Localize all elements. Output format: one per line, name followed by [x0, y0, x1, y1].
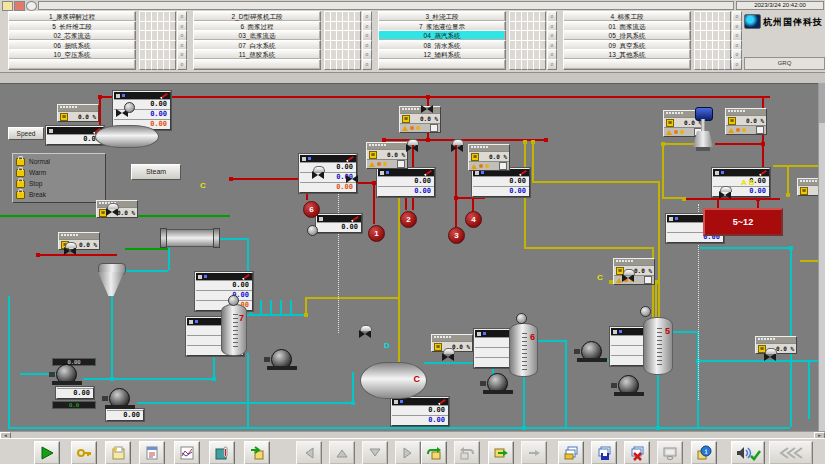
open-pages-button[interactable]	[558, 441, 584, 464]
steam-button[interactable]: Steam	[131, 164, 181, 180]
edit-pen-icon[interactable]	[424, 169, 432, 175]
menu-button[interactable]	[193, 59, 321, 70]
new-note-button[interactable]	[105, 441, 131, 464]
nav-right-button[interactable]	[395, 441, 421, 464]
alarm-log-button[interactable]	[209, 441, 235, 464]
nav-down-button[interactable]	[362, 441, 388, 464]
edit-pen-icon[interactable]	[351, 215, 359, 221]
export-data-button[interactable]	[244, 441, 270, 464]
preview-button[interactable]	[657, 441, 683, 464]
report-button[interactable]	[139, 441, 165, 464]
address-field[interactable]	[38, 1, 734, 10]
motor-icon[interactable]	[307, 225, 318, 236]
mode-icon[interactable]: M	[666, 119, 674, 127]
valve-icon[interactable]	[764, 353, 776, 361]
menu-button[interactable]	[563, 59, 691, 70]
motor-icon[interactable]	[640, 306, 651, 317]
run-button[interactable]	[34, 441, 60, 464]
mode-icon[interactable]: M	[800, 187, 808, 195]
edit-pen-icon[interactable]	[759, 169, 767, 175]
heat-exchanger[interactable]	[165, 229, 215, 247]
menu-button[interactable]	[378, 59, 506, 70]
doc-icon[interactable]	[2, 1, 13, 11]
pump-icon[interactable]	[614, 375, 644, 397]
mode-icon[interactable]: M	[402, 115, 410, 123]
delete-pages-button[interactable]	[624, 441, 650, 464]
tag-circle[interactable]: 3	[448, 227, 465, 244]
controller-faceplate[interactable]: M0.0 %	[468, 144, 510, 171]
history-back-button[interactable]	[769, 441, 813, 464]
value-panel[interactable]: 0.000.00	[391, 397, 449, 426]
motor-icon[interactable]	[516, 313, 527, 324]
nav-up-button[interactable]	[329, 441, 355, 464]
undo-button[interactable]	[421, 441, 447, 464]
pump-icon[interactable]	[267, 349, 297, 371]
valve-icon[interactable]	[406, 144, 418, 152]
ack-box[interactable]	[499, 162, 507, 170]
alarm-bell-icon[interactable]	[14, 1, 25, 11]
import-2-button[interactable]	[521, 441, 547, 464]
grq-button[interactable]: GRQ	[744, 57, 825, 70]
menu-cell[interactable]	[169, 59, 176, 70]
pump-icon[interactable]	[483, 373, 513, 395]
mode-icon[interactable]: M	[434, 343, 442, 351]
value-panel[interactable]: 0.000.000.00	[299, 154, 357, 193]
redo-button[interactable]	[454, 441, 480, 464]
ack-box[interactable]	[397, 160, 405, 168]
valve-icon[interactable]	[106, 208, 118, 216]
vertical-scrollbar[interactable]	[818, 83, 825, 431]
tag-circle[interactable]: 1	[368, 225, 385, 242]
edit-pen-icon[interactable]	[242, 273, 250, 279]
menu-extra-button[interactable]: o	[732, 59, 742, 70]
vertical-tank[interactable]: 7	[221, 304, 247, 356]
controller-faceplate[interactable]: M0.0 %	[399, 106, 441, 133]
tag-circle[interactable]: 6	[303, 201, 320, 218]
info-button[interactable]: i	[691, 441, 717, 464]
valve-icon[interactable]	[451, 144, 463, 152]
range-indicator-box[interactable]: 5~12	[703, 208, 783, 236]
controller-faceplate[interactable]: M0.0 %	[725, 108, 767, 135]
audio-check-button[interactable]	[731, 441, 765, 464]
nav-left-button[interactable]	[296, 441, 322, 464]
valve-icon[interactable]	[442, 353, 454, 361]
menu-extra-button[interactable]: o	[362, 59, 372, 70]
value-panel[interactable]: 0.000.00	[377, 168, 435, 197]
pump-icon[interactable]	[105, 388, 135, 410]
edit-pen-icon[interactable]	[438, 398, 446, 404]
mode-icon[interactable]: M	[471, 153, 479, 161]
speed-button[interactable]: Speed	[8, 127, 44, 140]
menu-button[interactable]	[8, 59, 136, 70]
valve-icon[interactable]	[312, 171, 324, 179]
pump-icon[interactable]	[577, 341, 607, 363]
vertical-tank[interactable]: 6	[509, 323, 538, 377]
ack-box[interactable]	[756, 126, 764, 134]
controller-faceplate[interactable]: M0.0 %	[366, 142, 408, 169]
valve-icon[interactable]	[346, 175, 358, 183]
pump-icon[interactable]	[52, 364, 82, 386]
hopper-cone[interactable]	[98, 272, 124, 296]
tag-circle[interactable]: 2	[400, 211, 417, 228]
controller-faceplate[interactable]: M0.0 %	[797, 178, 818, 196]
mode-icon[interactable]: M	[369, 151, 377, 159]
mode-icon[interactable]: M	[60, 113, 68, 121]
edit-pen-icon[interactable]	[346, 155, 354, 161]
menu-cell[interactable]	[354, 59, 361, 70]
mode-icon[interactable]: M	[728, 117, 736, 125]
value-panel[interactable]: 0.000.00	[472, 168, 530, 197]
import-button[interactable]	[488, 441, 514, 464]
valve-icon[interactable]	[359, 330, 371, 338]
valve-icon[interactable]	[622, 274, 634, 282]
vertical-tank[interactable]: 5	[643, 317, 673, 375]
edit-pen-icon[interactable]	[519, 169, 527, 175]
menu-extra-button[interactable]: o	[547, 59, 557, 70]
value-display[interactable]: 0.00	[316, 214, 362, 233]
valve-icon[interactable]	[421, 105, 433, 113]
valve-icon[interactable]	[719, 191, 731, 199]
horizontal-tank[interactable]: C	[360, 362, 427, 399]
tag-circle[interactable]: 4	[465, 211, 482, 228]
edit-pen-icon[interactable]	[160, 92, 168, 98]
menu-cell[interactable]	[539, 59, 546, 70]
zoom-icon[interactable]	[26, 1, 37, 11]
key-button[interactable]	[71, 441, 97, 464]
menu-cell[interactable]	[724, 59, 731, 70]
